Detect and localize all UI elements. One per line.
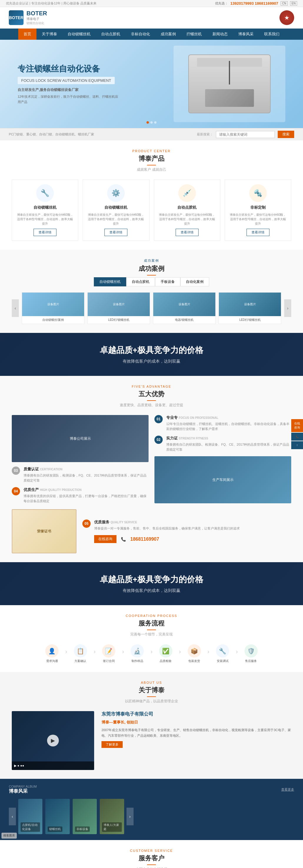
read-more-btn[interactable]: 了解更多 [101,741,123,748]
step-arrow-3: › [122,648,124,655]
advantages-phone: 18681169907 [130,536,159,542]
lang-cn[interactable]: CN [281,1,288,6]
main-nav[interactable]: 首页 关于博泰 自动锁螺丝机 自动点胶机 非标自动化 成功案例 拧螺丝机 新闻动… [0,29,303,40]
gallery-item-1[interactable]: 点胶机/自动化设备 [18,799,42,834]
case-img-4: 设备图片 [219,292,281,316]
product-icon-2: ⚙️ [107,184,125,202]
lang-en[interactable]: EN [290,1,297,6]
product-btn-1[interactable]: 查看详情 [34,229,57,236]
gallery-label-2: 锁螺丝机 [48,827,62,832]
nav-cases[interactable]: 成功案例 [155,29,181,40]
gallery-prev[interactable]: ‹ [9,808,16,825]
adv-content-5: 优质服务 QUALITY SERVICE 博泰提供一对一专属服务，售前、售中、售… [94,520,240,531]
nav-contact[interactable]: 联系我们 [259,29,285,40]
hero-desc-line1: 自主研发生产,服务自动锁螺丝设备厂家 [18,87,121,93]
case-item-4[interactable]: 设备图片 LED灯/锁螺丝机 [218,292,281,324]
nav-gallery[interactable]: 博泰风采 [233,29,259,40]
step-arrow-1: › [65,648,67,655]
logo-second: ★ [279,10,294,25]
quality-sub-1: 有效降低客户的成本，达到双赢 [18,359,285,364]
gallery-item-4[interactable]: 博泰人/大家庭 [100,799,124,834]
step-2: 📋 方案确认 [69,644,92,663]
carousel-next[interactable]: › [284,299,291,317]
logo-icon[interactable]: BOTER [9,10,24,25]
float-consult[interactable]: 在线咨询 [291,419,303,432]
adv-num-3: 03 [12,467,20,475]
case-tab-2[interactable]: 自动点胶机 [126,277,155,286]
carousel-prev[interactable]: ‹ [12,299,19,317]
product-desc-1: 博泰自主研发生产，最快可达每分钟60颗，适用于各种型号螺丝，自动送料，效率大幅提… [16,213,73,226]
process-label: COOPERATION PROCESS [12,614,291,618]
product-icon-4: 🔩 [249,184,267,202]
top-bar: 优先选企业认证 | 专注自动化设备12年 | 用心做设备 品质赢未来 优先选： … [0,0,303,7]
nav-glue[interactable]: 自动点胶机 [96,29,126,40]
hero-desc-line2: 12年技术沉淀，深耕奋发前行，致力于自动锁螺丝、送料、拧螺丝机应用产品 [18,94,121,104]
adv-desc-2: 博泰拥有自己的研发团队、检测设备、FQ、CE、2017种的品质管理体系，保证产品… [166,442,291,452]
adv-item-3: 03 质量认证 CERTIFICATION 博泰拥有自己的研发团队，检测设备，F… [12,467,148,483]
case-tab-3[interactable]: 手板设备 [155,277,180,286]
contact-consult-btn[interactable]: 在线咨询 [94,535,116,543]
gallery-next[interactable]: › [127,808,134,825]
certificate-img: 荣誉证书 [12,509,76,553]
case-tab-1[interactable]: 自动锁螺丝机 [94,277,126,286]
gallery-item-3[interactable]: 非标设备 [73,799,97,834]
dot-1[interactable] [146,121,149,124]
product-icon-3: 💉 [178,184,196,202]
nav-screw[interactable]: 自动锁螺丝机 [62,29,96,40]
product-btn-3[interactable]: 查看详情 [176,229,199,236]
product-center-divider [147,165,156,165]
step-arrow-6: › [207,648,209,655]
search-button[interactable]: 搜索 [278,131,294,138]
nav-nonstandard[interactable]: 非标自动化 [126,29,155,40]
case-item-3[interactable]: 设备图片 电器/锁螺丝机 [153,292,215,324]
nav-home[interactable]: 首页 [18,29,36,40]
process-steps: 👤 需求沟通 › 📋 方案确认 › 📝 签订合同 › 🔬 制作样品 › ✅ 品质… [12,644,291,663]
case-item-2[interactable]: 设备图片 LED灯/锁螺丝机 [88,292,150,324]
gallery-label-1: 点胶机/自动化设备 [21,823,40,832]
search-input[interactable] [216,131,275,138]
step-5: ✅ 品质检验 [154,644,177,663]
gallery-carousel: ‹ 点胶机/自动化设备 锁螺丝机 非标设备 博泰人/大家庭 › [9,799,294,834]
case-item-1[interactable]: 设备图片 自动锁螺丝/案例 [22,292,85,324]
step-name-4: 制作样品 [132,659,143,663]
advantages-left: 博泰公司展示 03 质量认证 CERTIFICATION 博泰拥有自己的研发团队… [12,415,148,503]
step-1: 👤 需求沟通 [40,644,64,663]
product-card-2: ⚙️ 自动锁螺丝机 博泰自主研发生产，最快可达每分钟60颗，适用于各种型号螺丝，… [83,180,149,241]
product-name-1: 自动锁螺丝机 [16,205,73,210]
step-icon-6: 📦 [188,644,201,657]
hero-subtitle: FOCUS LOCK SCREW AUTOMATION EQUIPMENT [18,77,115,84]
gallery-label-4: 博泰人/大家庭 [102,823,122,832]
about-founding: 博泰—董事长, 创始日 [101,720,291,725]
float-phone[interactable]: 📞 [291,433,303,441]
advantages-label: FIVE'S ADVANTAGE [12,385,291,388]
float-top[interactable]: ↑ [291,441,303,449]
case-tab-4[interactable]: 自动化案例 [180,277,209,286]
top-bar-phone[interactable]: 13920179993 18681169907 [230,1,278,6]
hero-title: 专注锁螺丝自动化设备 [18,63,121,74]
customers-title: 服务客户 [12,854,291,863]
process-section: COOPERATION PROCESS 服务流程 完善每一个细节，完美呈现 👤 … [0,605,303,672]
nav-screw2[interactable]: 拧螺丝机 [181,29,207,40]
dot-2[interactable] [150,121,153,124]
adv-title-4: 优质生产 HIGH QUALITY PRODUCTION [24,487,148,492]
adv-item-2: 02 实力证 STRENGTH FITNESS 博泰拥有自己的研发团队、检测设备… [155,436,291,452]
step-icon-3: 📝 [102,644,115,657]
step-icon-2: 📋 [74,644,87,657]
about-label: ABOUT US [12,681,291,684]
machine-body [188,55,271,113]
contact-phone-icon: 📞 [121,537,126,541]
step-name-6: 包装发货 [188,659,200,663]
about-company: 东莞市博泰电子有限公司 [101,711,291,717]
customers-label: CUSTOMER SERVICE [12,849,291,852]
step-name-3: 签订合同 [103,659,115,663]
gallery-more-link[interactable]: 查看更多 [281,787,294,792]
gallery-item-2[interactable]: 锁螺丝机 [45,799,69,834]
nav-news[interactable]: 新闻动态 [207,29,233,40]
product-btn-4[interactable]: 查看详情 [246,229,269,236]
nav-about[interactable]: 关于博泰 [36,29,62,40]
case-img-3: 设备图片 [153,292,215,316]
play-button[interactable]: ▶ [47,735,59,746]
dot-3[interactable] [154,121,157,124]
case-name-3: 电器/锁螺丝机 [153,316,215,324]
product-btn-2[interactable]: 查看详情 [104,229,127,236]
